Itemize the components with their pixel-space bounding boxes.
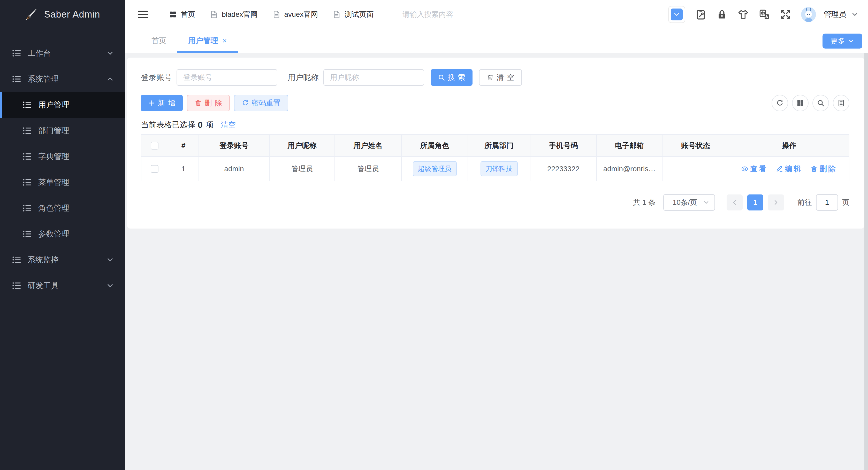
- sidebar-item-menu-mgmt[interactable]: 菜单管理: [0, 169, 125, 195]
- chevron-down-icon[interactable]: [851, 11, 858, 18]
- avatar[interactable]: [801, 7, 816, 22]
- next-page-button[interactable]: [768, 195, 784, 210]
- list-icon: [23, 126, 32, 135]
- column-settings-button[interactable]: [792, 95, 809, 111]
- more-label: 更多: [831, 36, 845, 46]
- top-menu-toggle-button[interactable]: [668, 6, 685, 23]
- chevron-down-icon: [106, 256, 114, 263]
- header-nickname: 用户昵称: [270, 135, 335, 157]
- search-button[interactable]: 搜索: [431, 69, 472, 86]
- selection-count: 0: [198, 120, 203, 130]
- topbar-search: [402, 10, 511, 19]
- sidebar-item-dict-mgmt[interactable]: 字典管理: [0, 143, 125, 169]
- select-all-checkbox[interactable]: [151, 142, 158, 149]
- sidebar-item-dept-mgmt[interactable]: 部门管理: [0, 118, 125, 143]
- delete-button[interactable]: 删除: [187, 95, 230, 111]
- sidebar-item-label: 参数管理: [38, 229, 69, 239]
- topnav-test-page[interactable]: 测试页面: [333, 9, 373, 20]
- sidebar-item-workbench[interactable]: 工作台: [0, 40, 125, 66]
- sidebar-item-system-mgmt[interactable]: 系统管理: [0, 66, 125, 92]
- view-link[interactable]: 查看: [741, 164, 768, 174]
- page-number-current[interactable]: 1: [747, 195, 763, 210]
- tabs-more-button[interactable]: 更多: [823, 34, 862, 48]
- sidebar-menu: 工作台 系统管理 用户管理 部门管理 字典管理 菜单管: [0, 29, 125, 299]
- delete-link[interactable]: 删除: [810, 164, 837, 174]
- reset-password-label: 密码重置: [251, 98, 280, 108]
- cell-nickname: 管理员: [270, 157, 335, 181]
- prev-page-button[interactable]: [726, 195, 743, 210]
- tabbar: 首页 用户管理 × 更多: [125, 29, 868, 53]
- theme-shirt-icon[interactable]: [738, 9, 749, 20]
- reset-password-button[interactable]: 密码重置: [234, 95, 288, 111]
- eye-icon: [741, 165, 748, 172]
- toggle-search-button[interactable]: [812, 95, 829, 111]
- chevron-right-icon: [773, 199, 779, 206]
- topnav-home[interactable]: 首页: [169, 9, 195, 20]
- user-table: # 登录账号 用户昵称 用户姓名 所属角色 所属部门 手机号码 电子邮箱 账号状…: [141, 134, 849, 181]
- table-row: 1 admin 管理员 管理员 超级管理员 刀锋科技 22233322 admi…: [142, 157, 849, 181]
- debug-clipboard-icon[interactable]: [695, 9, 707, 20]
- refresh-icon: [242, 99, 249, 107]
- tab-user-mgmt[interactable]: 用户管理 ×: [177, 29, 238, 53]
- add-button[interactable]: 新增: [141, 95, 183, 111]
- search-icon: [817, 99, 825, 107]
- sidebar-item-param-mgmt[interactable]: 参数管理: [0, 221, 125, 247]
- header-actions: 操作: [729, 135, 849, 157]
- row-checkbox[interactable]: [151, 165, 158, 173]
- user-name[interactable]: 管理员: [824, 9, 846, 20]
- list-icon: [23, 152, 32, 161]
- action-row: 新增 删除 密码重置: [141, 95, 849, 111]
- lock-icon[interactable]: [716, 9, 727, 20]
- tab-home[interactable]: 首页: [141, 29, 177, 53]
- header-email: 电子邮箱: [597, 135, 662, 157]
- list-icon: [23, 203, 32, 213]
- trash-icon: [195, 99, 202, 107]
- header-dept: 所属部门: [468, 135, 530, 157]
- search-icon: [438, 74, 445, 81]
- refresh-table-button[interactable]: [772, 95, 788, 111]
- sidebar-item-label: 研发工具: [28, 280, 59, 291]
- sidebar-item-system-monitor[interactable]: 系统监控: [0, 247, 125, 273]
- clear-button-label: 清空: [497, 73, 517, 82]
- topnav-avuex[interactable]: avuex官网: [272, 9, 318, 20]
- delete-label: 删除: [820, 164, 837, 174]
- row-checkbox-cell: [142, 157, 168, 181]
- header-role: 所属角色: [402, 135, 468, 157]
- fullscreen-icon[interactable]: [780, 9, 791, 20]
- row-actions: 查看 编辑 删除: [741, 164, 837, 174]
- tab-close-icon[interactable]: ×: [222, 36, 227, 45]
- view-label: 查看: [750, 164, 768, 174]
- sidebar-item-dev-tools[interactable]: 研发工具: [0, 273, 125, 299]
- pencil-icon: [776, 165, 783, 172]
- chevron-down-icon: [703, 199, 709, 206]
- account-input[interactable]: [177, 69, 277, 86]
- trash-icon: [487, 74, 494, 81]
- nickname-input[interactable]: [323, 69, 424, 86]
- page-size-value: 10条/页: [673, 198, 697, 207]
- header-index: #: [168, 135, 199, 157]
- table-header-row: # 登录账号 用户昵称 用户姓名 所属角色 所属部门 手机号码 电子邮箱 账号状…: [142, 135, 849, 157]
- tab-label: 用户管理: [188, 36, 218, 46]
- sidebar-item-label: 工作台: [28, 48, 51, 59]
- sidebar-item-user-mgmt[interactable]: 用户管理: [0, 92, 125, 118]
- page-size-select[interactable]: 10条/页: [663, 194, 715, 211]
- goto-page-input[interactable]: [816, 194, 838, 211]
- search-input[interactable]: [402, 10, 511, 19]
- header-phone: 手机号码: [530, 135, 597, 157]
- selection-clear-link[interactable]: 清空: [221, 120, 236, 130]
- list-icon: [23, 229, 32, 239]
- edit-link[interactable]: 编辑: [776, 164, 803, 174]
- scrollbar[interactable]: [864, 53, 868, 470]
- list-icon: [12, 74, 22, 84]
- sidebar: Saber Admin 工作台 系统管理 用户管理 部门管理: [0, 0, 125, 470]
- selection-info: 当前表格已选择 0 项 清空: [141, 120, 849, 130]
- sidebar-item-role-mgmt[interactable]: 角色管理: [0, 195, 125, 221]
- cell-dept: 刀锋科技: [468, 157, 530, 181]
- topbar-right: 管理员: [668, 6, 858, 23]
- cell-actions: 查看 编辑 删除: [729, 157, 849, 181]
- language-icon[interactable]: [759, 9, 770, 20]
- clear-button[interactable]: 清空: [479, 69, 522, 86]
- print-list-button[interactable]: [833, 95, 849, 111]
- topnav-bladex[interactable]: bladex官网: [210, 9, 258, 20]
- collapse-menu-icon[interactable]: [137, 8, 149, 21]
